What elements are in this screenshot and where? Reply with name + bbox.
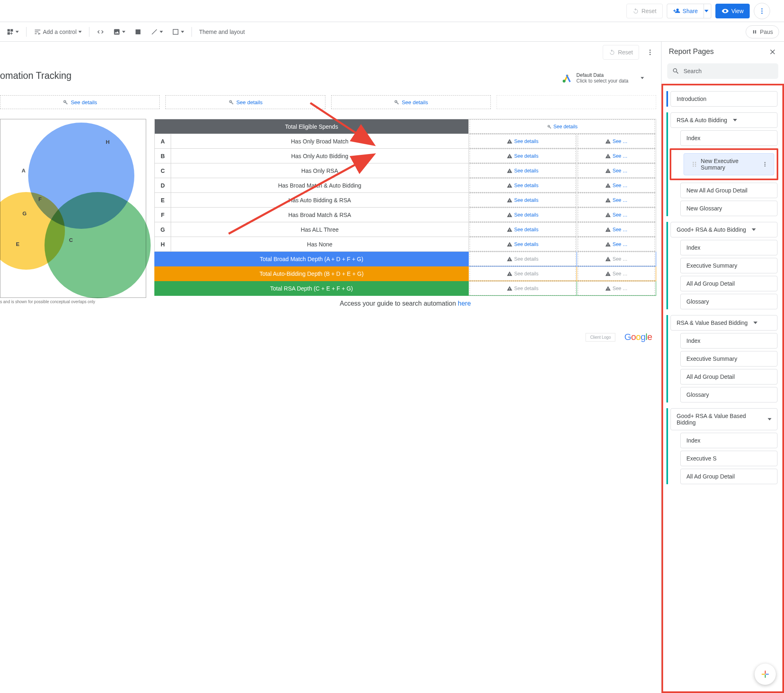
see-details-mini[interactable]: See details: [470, 266, 576, 281]
see-details-mini[interactable]: See …: [578, 134, 655, 148]
table-row: E Has Auto Bidding & RSA See details See…: [155, 193, 656, 208]
see-details-chip-empty[interactable]: .: [497, 95, 656, 109]
chevron-down-icon: [704, 9, 708, 13]
page-item[interactable]: Introduction: [670, 91, 777, 107]
page-item[interactable]: New Glossary: [680, 201, 777, 216]
tool-embed[interactable]: [95, 27, 106, 37]
row-label: Has Broad Match & RSA: [171, 208, 469, 222]
tool-shape[interactable]: [170, 27, 186, 37]
search-placeholder: Search: [684, 68, 702, 74]
page-group-header[interactable]: RSA & Auto Bidding: [670, 112, 777, 128]
close-icon[interactable]: [768, 48, 777, 56]
table-total-row: Total Broad Match Depth (A + D + F + G) …: [155, 252, 656, 266]
tool-line[interactable]: [149, 27, 165, 37]
data-source-line1: Default Data: [577, 72, 628, 78]
see-details-mini[interactable]: See details: [470, 281, 576, 295]
tool-text[interactable]: [133, 27, 143, 37]
inner-reset-label: Reset: [618, 49, 633, 56]
share-dropdown[interactable]: [702, 4, 711, 18]
see-details-mini[interactable]: See …: [578, 252, 655, 266]
more-vert-icon[interactable]: [762, 161, 768, 168]
see-details-mini[interactable]: See details: [470, 134, 576, 148]
table-title: Total Eligible Spends: [155, 119, 469, 134]
page-item[interactable]: Index: [680, 333, 777, 349]
reset-button[interactable]: Reset: [626, 4, 663, 18]
page-group-header[interactable]: RSA & Value Based Bidding: [670, 315, 777, 331]
row-label: Has Auto Bidding & RSA: [171, 193, 469, 208]
page-item[interactable]: Glossary: [680, 294, 777, 309]
see-details-mini[interactable]: See …: [578, 193, 655, 207]
pause-updates-button[interactable]: Paus: [746, 25, 779, 38]
guide-link-row: Access your guide to search automation h…: [154, 300, 656, 307]
page-item[interactable]: Glossary: [680, 387, 777, 402]
data-source-selector[interactable]: Default Data Click to select your data: [562, 72, 644, 84]
see-details-mini[interactable]: See …: [578, 266, 655, 281]
tool-image[interactable]: [111, 27, 127, 37]
inner-reset-button[interactable]: Reset: [603, 45, 639, 60]
page-item[interactable]: Executive S: [680, 451, 777, 466]
data-source-line2: Click to select your data: [577, 78, 628, 84]
add-page-fab[interactable]: [755, 664, 776, 685]
page-item-selected[interactable]: New Executive Summary: [684, 153, 774, 175]
chip-label: See details: [402, 99, 428, 105]
page-item[interactable]: All Ad Group Detail: [680, 469, 777, 484]
svg-point-11: [695, 162, 696, 163]
table-row: C Has Only RSA See details See …: [155, 163, 656, 178]
page-item[interactable]: Executive Summary: [680, 258, 777, 273]
page-item[interactable]: All Ad Group Detail: [680, 276, 777, 291]
see-details-mini[interactable]: See …: [578, 208, 655, 222]
venn-label-g: G: [22, 210, 27, 217]
page-item[interactable]: New All Ad Group Detail: [680, 183, 777, 198]
see-details-mini[interactable]: See …: [578, 178, 655, 192]
see-details-mini[interactable]: See details: [470, 178, 576, 192]
page-item[interactable]: All Ad Group Detail: [680, 369, 777, 385]
see-details-mini[interactable]: See …: [578, 222, 655, 237]
see-details-mini[interactable]: See details: [470, 237, 576, 251]
see-details-chip[interactable]: See details: [0, 95, 160, 109]
more-vert-icon: [758, 7, 766, 15]
see-details-chip[interactable]: See details: [331, 95, 491, 109]
see-details-mini[interactable]: See details: [470, 193, 576, 207]
drag-handle-icon[interactable]: [692, 161, 697, 168]
add-control-menu[interactable]: Add a control: [32, 27, 83, 37]
see-details-mini[interactable]: See details: [470, 222, 576, 237]
guide-link[interactable]: here: [458, 300, 471, 307]
venn-label-f: F: [38, 196, 42, 202]
see-details-mini[interactable]: See …: [578, 281, 655, 295]
tool-add-chart[interactable]: [5, 27, 20, 37]
table-total-row: Total Auto-Bidding Depth (B + D + E + G)…: [155, 266, 656, 281]
search-input[interactable]: Search: [667, 63, 778, 79]
more-menu-button[interactable]: [754, 3, 770, 19]
svg-point-5: [650, 52, 651, 53]
page-item[interactable]: Index: [680, 433, 777, 448]
page-group-header[interactable]: Good+ RSA & Auto Bidding: [670, 222, 777, 237]
see-details-mini[interactable]: See details: [470, 163, 576, 178]
plus-icon: [760, 669, 771, 680]
venn-label-a: A: [22, 168, 25, 174]
svg-point-12: [693, 164, 694, 165]
see-details-mini[interactable]: See details: [470, 149, 576, 163]
see-details-mini[interactable]: See details: [470, 208, 576, 222]
page-item[interactable]: Index: [680, 240, 777, 255]
see-details-mini[interactable]: See details: [470, 252, 576, 266]
share-button[interactable]: Share: [667, 4, 704, 18]
see-details-mini[interactable]: See …: [578, 237, 655, 251]
row-label: Has Only Broad Match: [171, 134, 469, 149]
inner-more-button[interactable]: [646, 49, 654, 56]
see-details-mini[interactable]: See …: [578, 149, 655, 163]
svg-point-13: [695, 164, 696, 165]
svg-point-17: [764, 164, 765, 165]
page-item[interactable]: Index: [680, 130, 777, 146]
row-label: Has None: [171, 237, 469, 252]
pause-label: Paus: [760, 29, 773, 35]
see-details-chip[interactable]: See details: [165, 95, 325, 109]
theme-layout-button[interactable]: Theme and layout: [198, 27, 247, 37]
page-group-header[interactable]: Good+ RSA & Value Based Bidding: [670, 408, 777, 430]
page-item[interactable]: Executive Summary: [680, 351, 777, 367]
search-icon: [672, 67, 679, 75]
table-row: D Has Broad Match & Auto Bidding See det…: [155, 178, 656, 193]
see-details-chip[interactable]: See details: [470, 119, 655, 134]
view-button[interactable]: View: [715, 4, 750, 18]
see-details-mini[interactable]: See …: [578, 163, 655, 178]
svg-point-15: [695, 165, 696, 167]
